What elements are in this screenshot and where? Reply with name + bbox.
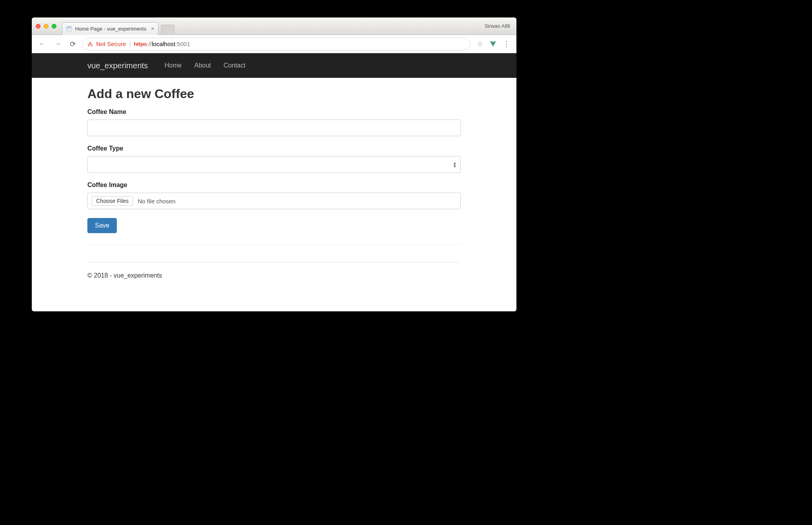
close-window-button[interactable] <box>36 24 41 29</box>
back-button[interactable]: ← <box>36 38 48 50</box>
svg-rect-2 <box>68 29 71 29</box>
field-coffee-name: Coffee Name <box>87 108 461 136</box>
svg-rect-1 <box>68 27 71 28</box>
address-bar[interactable]: Not Secure | https://localhost:5001 <box>82 38 470 50</box>
tab-title: Home Page - vue_experiments <box>75 26 146 32</box>
profile-name[interactable]: Sirwan Afifi <box>485 23 512 29</box>
nav-link-about[interactable]: About <box>194 62 211 69</box>
coffee-name-label: Coffee Name <box>87 108 461 116</box>
field-coffee-type: Coffee Type ▴▾ <box>87 145 461 173</box>
browser-tab[interactable]: Home Page - vue_experiments × <box>62 22 159 35</box>
page-favicon-icon <box>66 26 72 31</box>
warning-icon <box>87 41 93 47</box>
zoom-window-button[interactable] <box>52 24 56 29</box>
vue-devtools-icon[interactable] <box>489 41 497 48</box>
browser-menu-icon[interactable]: ⋮ <box>501 40 512 48</box>
window-titlebar: Home Page - vue_experiments × Sirwan Afi… <box>32 17 516 35</box>
forward-button[interactable]: → <box>52 38 64 50</box>
main-content: Add a new Coffee Coffee Name Coffee Type… <box>32 78 516 299</box>
coffee-image-file-input[interactable]: Choose Files No file chosen <box>87 193 461 209</box>
footer-text: © 2018 - vue_experiments <box>87 272 461 287</box>
url-text: https://localhost:5001 <box>134 41 190 47</box>
security-status: Not Secure <box>96 41 126 47</box>
navbar-brand[interactable]: vue_experiments <box>87 61 148 70</box>
coffee-type-select[interactable] <box>87 156 461 173</box>
divider <box>87 244 461 245</box>
minimize-window-button[interactable] <box>44 24 48 29</box>
svg-rect-3 <box>68 29 70 30</box>
coffee-image-label: Coffee Image <box>87 181 461 189</box>
footer-divider <box>87 262 461 262</box>
window-controls <box>36 24 56 29</box>
coffee-type-label: Coffee Type <box>87 145 461 152</box>
file-status-text: No file chosen <box>138 198 176 205</box>
field-coffee-image: Coffee Image Choose Files No file chosen <box>87 181 461 209</box>
choose-files-button[interactable]: Choose Files <box>92 196 133 206</box>
bookmark-star-icon[interactable]: ☆ <box>477 40 483 48</box>
nav-link-contact[interactable]: Contact <box>224 62 246 69</box>
page-title: Add a new Coffee <box>87 87 461 101</box>
nav-link-home[interactable]: Home <box>164 62 182 69</box>
browser-window: Home Page - vue_experiments × Sirwan Afi… <box>32 17 516 311</box>
coffee-name-input[interactable] <box>87 120 461 136</box>
save-button[interactable]: Save <box>87 218 117 233</box>
browser-toolbar: ← → ⟳ Not Secure | https://localhost:500… <box>32 35 516 53</box>
close-tab-icon[interactable]: × <box>151 25 154 32</box>
site-navbar: vue_experiments Home About Contact <box>32 53 516 78</box>
new-tab-button[interactable] <box>161 25 174 34</box>
page-viewport: vue_experiments Home About Contact Add a… <box>32 53 516 311</box>
reload-button[interactable]: ⟳ <box>68 38 78 50</box>
select-caret-icon: ▴▾ <box>454 161 456 168</box>
separator: | <box>129 41 131 47</box>
